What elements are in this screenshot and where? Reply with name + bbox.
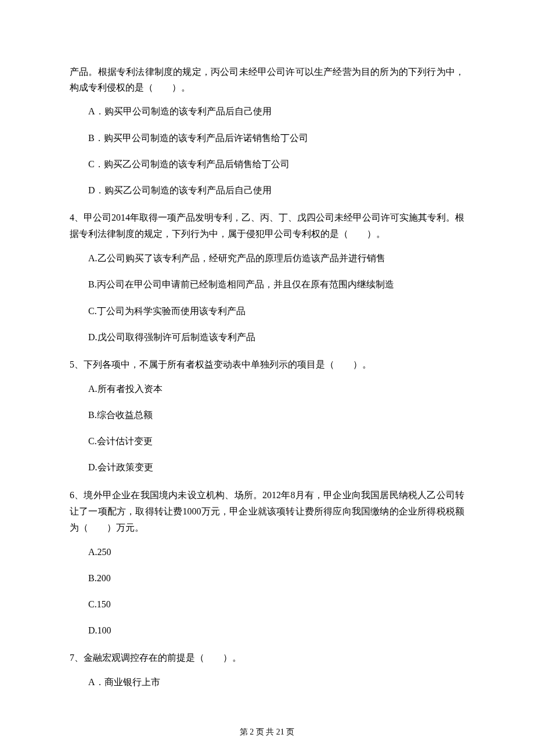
question-6-option-d: D.100 <box>70 622 464 638</box>
question-5-option-a: A.所有者投入资本 <box>70 381 464 397</box>
question-5-option-d: D.会计政策变更 <box>70 459 464 475</box>
question-3-option-d: D．购买乙公司制造的该专利产品后自己使用 <box>70 182 464 198</box>
question-7-stem: 7、金融宏观调控存在的前提是（ ）。 <box>70 650 464 666</box>
question-3-option-b: B．购买甲公司制造的该专利产品后许诺销售给丁公司 <box>70 130 464 146</box>
question-3-option-c: C．购买乙公司制造的该专利产品后销售给丁公司 <box>70 156 464 172</box>
question-6-stem: 6、境外甲企业在我国境内未设立机构、场所。2012年8月有，甲企业向我国居民纳税… <box>70 487 464 536</box>
question-4-option-b: B.丙公司在甲公司申请前已经制造相同产品，并且仅在原有范围内继续制造 <box>70 276 464 292</box>
question-4-option-c: C.丁公司为科学实验而使用该专利产品 <box>70 303 464 319</box>
question-3-option-a: A．购买甲公司制造的该专利产品后自己使用 <box>70 103 464 119</box>
question-6-option-c: C.150 <box>70 596 464 612</box>
question-5-option-b: B.综合收益总额 <box>70 407 464 423</box>
question-5-option-c: C.会计估计变更 <box>70 433 464 449</box>
question-6-option-b: B.200 <box>70 570 464 586</box>
question-5-stem: 5、下列各项中，不属于所有者权益变动表中单独列示的项目是（ ）。 <box>70 357 464 373</box>
question-4-option-a: A.乙公司购买了该专利产品，经研究产品的原理后仿造该产品并进行销售 <box>70 250 464 266</box>
page-footer: 第 2 页 共 21 页 <box>0 727 534 737</box>
question-4-stem: 4、甲公司2014年取得一项产品发明专利，乙、丙、丁、戊四公司未经甲公司许可实施… <box>70 210 464 242</box>
document-page: 产品。根据专利法律制度的规定，丙公司未经甲公司许可以生产经营为目的所为的下列行为… <box>0 0 534 756</box>
question-3-continuation: 产品。根据专利法律制度的规定，丙公司未经甲公司许可以生产经营为目的所为的下列行为… <box>70 64 464 95</box>
question-4-option-d: D.戊公司取得强制许可后制造该专利产品 <box>70 329 464 345</box>
question-6-option-a: A.250 <box>70 544 464 560</box>
question-7-option-a: A．商业银行上市 <box>70 674 464 690</box>
